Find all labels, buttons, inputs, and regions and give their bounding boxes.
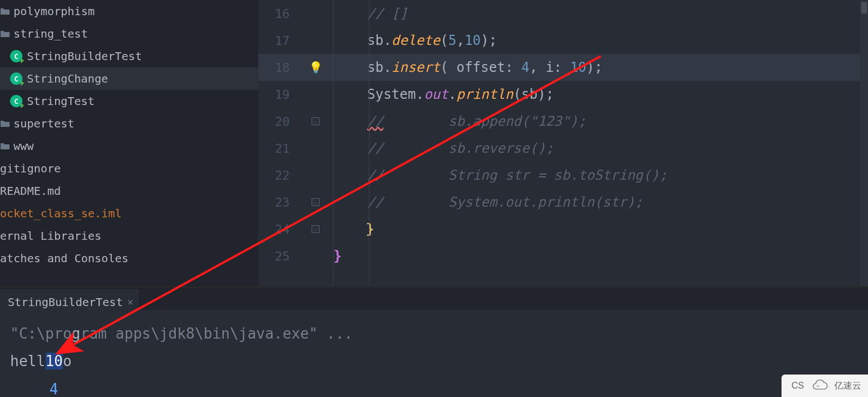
sidebar-item-label: StringTest [27, 94, 94, 108]
line-number: 18 [258, 61, 298, 75]
project-sidebar[interactable]: polymorphismstring_testCStringBuilderTes… [0, 0, 258, 286]
code-content: } [334, 248, 341, 264]
sidebar-item-label: StringChange [27, 72, 108, 85]
class-icon: C [10, 50, 22, 62]
sidebar-item-label: www [13, 139, 34, 153]
sidebar-item-www[interactable]: www [0, 135, 258, 157]
console-selection: 10 [45, 353, 63, 369]
code-line-23[interactable]: 23-// System.out.println(str); [258, 189, 868, 216]
fold-handle-icon[interactable]: - [298, 198, 334, 206]
code-line-16[interactable]: 16// [] [258, 0, 868, 27]
sidebar-item-ernal-libraries[interactable]: ernal Libraries [0, 225, 258, 247]
console-output-line: hell10o [10, 348, 859, 375]
sidebar-item-readme-md[interactable]: README.md [0, 180, 258, 202]
line-number: 23 [258, 195, 298, 209]
class-icon: C [10, 72, 22, 85]
sidebar-item-label: README.md [0, 184, 61, 198]
code-line-19[interactable]: 19System.out.println(sb); [258, 81, 868, 108]
watermark: CS ∞ 亿速云 [782, 375, 868, 397]
class-icon: C [10, 95, 22, 107]
line-number: 17 [258, 34, 298, 48]
code-content: System.out.println(sb); [334, 86, 554, 102]
code-content: // String str = sb.toString(); [334, 167, 668, 183]
folder-icon [0, 142, 10, 150]
code-content: // [] [334, 6, 408, 21]
folder-icon [0, 7, 10, 15]
code-line-22[interactable]: 22// String str = sb.toString(); [258, 162, 868, 189]
line-number: 24 [258, 222, 298, 236]
code-content: // sb.reverse(); [334, 140, 554, 156]
run-console[interactable]: "C:\program apps\jdk8\bin\java.exe" ... … [0, 310, 868, 397]
line-number: 25 [258, 249, 298, 263]
code-content: // System.out.println(str); [334, 194, 643, 210]
code-editor[interactable]: 16// []17sb.delete(5,10);18💡sb.insert( o… [258, 0, 868, 286]
code-content: } [334, 221, 374, 237]
console-command-line: "C:\program apps\jdk8\bin\java.exe" ... [10, 320, 859, 348]
line-number: 21 [258, 142, 298, 156]
run-tab-label: StringBuilderTest [8, 295, 123, 309]
code-line-17[interactable]: 17sb.delete(5,10); [258, 27, 868, 54]
sidebar-item-label: string_test [13, 27, 88, 40]
console-cursor-column: 4 [10, 376, 859, 397]
sidebar-item-gitignore[interactable]: gitignore [0, 157, 258, 180]
code-line-20[interactable]: 20-// sb.append("123"); [258, 108, 868, 135]
sidebar-item-label: supertest [13, 117, 74, 130]
sidebar-item-supertest[interactable]: supertest [0, 112, 258, 135]
intention-bulb-icon[interactable]: 💡 [298, 61, 334, 74]
sidebar-item-stringtest[interactable]: CStringTest [0, 90, 258, 112]
sidebar-item-label: ocket_class_se.iml [0, 207, 122, 220]
code-content: sb.insert( offset: 4, i: 10); [334, 60, 602, 75]
sidebar-item-stringchange[interactable]: CStringChange [0, 67, 258, 90]
watermark-text-right: 亿速云 [834, 380, 861, 392]
sidebar-item-label: ernal Libraries [0, 229, 102, 243]
code-line-21[interactable]: 21// sb.reverse(); [258, 135, 868, 162]
code-line-24[interactable]: 24- } [258, 216, 868, 243]
fold-handle-icon[interactable]: - [298, 225, 334, 233]
folder-icon [0, 120, 10, 127]
sidebar-item-stringbuildertest[interactable]: CStringBuilderTest [0, 45, 258, 67]
fold-handle-icon[interactable]: - [298, 117, 334, 125]
sidebar-item-label: StringBuilderTest [27, 49, 142, 63]
run-tab-bar: StringBuilderTest × [0, 288, 868, 310]
line-number: 19 [258, 88, 298, 102]
folder-icon [0, 30, 10, 38]
line-number: 20 [258, 115, 298, 129]
svg-text:∞: ∞ [816, 384, 819, 389]
sidebar-item-ocket_class_se-iml[interactable]: ocket_class_se.iml [0, 202, 258, 225]
watermark-text-left: CS [792, 381, 804, 391]
sidebar-item-label: gitignore [0, 162, 61, 175]
sidebar-item-label: polymorphism [13, 4, 95, 18]
sidebar-item-polymorphism[interactable]: polymorphism [0, 0, 258, 22]
run-tab-stringbuildertest[interactable]: StringBuilderTest × [0, 290, 140, 310]
code-line-25[interactable]: 25} [258, 243, 868, 270]
line-number: 22 [258, 168, 298, 182]
line-number: 16 [258, 7, 298, 21]
sidebar-item-atches-and-consoles[interactable]: atches and Consoles [0, 247, 258, 270]
code-content: sb.delete(5,10); [334, 33, 497, 48]
editor-scrollbar-thumb[interactable] [861, 2, 867, 13]
cloud-icon: ∞ [810, 380, 829, 392]
code-line-18[interactable]: 18💡sb.insert( offset: 4, i: 10); [258, 54, 868, 81]
sidebar-item-label: atches and Consoles [0, 252, 129, 265]
editor-scrollbar[interactable] [860, 0, 868, 286]
close-icon[interactable]: × [127, 296, 134, 308]
sidebar-item-string_test[interactable]: string_test [0, 22, 258, 45]
code-content: // sb.append("123"); [334, 113, 586, 129]
